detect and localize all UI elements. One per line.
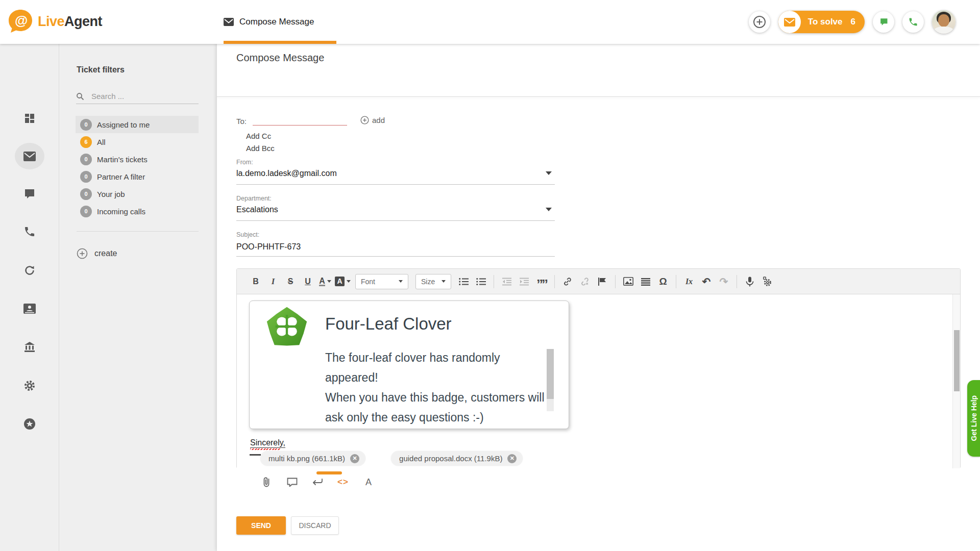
text-color-glyph: A (319, 277, 325, 286)
attachment-chip[interactable]: guided proposal.docx (11.9kB) ✕ (391, 451, 523, 466)
to-solve-count: 6 (851, 17, 855, 27)
redo-button[interactable]: ↷ (716, 274, 731, 289)
horizontal-rule-button[interactable] (638, 274, 653, 289)
filter-item-your-job[interactable]: 0 Your job (76, 185, 199, 203)
text-format-button[interactable]: A (362, 475, 375, 489)
ordered-list-button[interactable] (456, 274, 471, 289)
bullet-list-button[interactable] (473, 274, 488, 289)
insert-link-button[interactable] (560, 274, 575, 289)
filter-label: Martin's tickets (97, 155, 148, 164)
get-live-help-tab[interactable]: Get Live Help (967, 380, 980, 457)
plugin-gear-button[interactable] (760, 274, 775, 289)
to-label: To: (236, 117, 247, 126)
remove-attachment-icon[interactable]: ✕ (350, 454, 359, 463)
add-recipient-button[interactable]: add (360, 116, 385, 126)
card-scrollbar-thumb[interactable] (547, 349, 554, 399)
badge-card-line: The four-leaf clover has randomly appear… (325, 348, 550, 388)
compose-bottom-toolbar: <> A (260, 475, 375, 489)
decrease-indent-button[interactable] (499, 274, 514, 289)
chat-bubble-icon (878, 17, 889, 27)
toolbar-separator (676, 275, 676, 288)
get-live-help-label: Get Live Help (970, 395, 978, 441)
department-dropdown-caret[interactable] (546, 208, 552, 211)
increase-indent-button[interactable] (517, 274, 532, 289)
search-input[interactable] (91, 92, 188, 101)
strikethrough-button[interactable]: S (283, 274, 298, 289)
attachment-name: guided proposal.docx (11.9kB) (399, 454, 502, 463)
liveagent-logo[interactable]: @ LiveAgent (7, 8, 102, 35)
chats-button[interactable] (873, 11, 894, 33)
undo-button[interactable]: ↶ (699, 274, 714, 289)
badge-card-line: ask only the easy questions :-) (325, 408, 550, 428)
editor-content[interactable]: Four-Leaf Clover The four-leaf clover ha… (237, 294, 960, 468)
from-value[interactable]: la.demo.ladesk@gmail.com (236, 169, 337, 178)
filter-search[interactable] (76, 89, 199, 104)
insert-image-button[interactable] (621, 274, 636, 289)
toolbar-separator (554, 275, 555, 288)
add-cc-link[interactable]: Add Cc (246, 132, 271, 140)
bold-button[interactable]: B (248, 274, 263, 289)
refresh-icon (22, 263, 37, 278)
size-select[interactable]: Size (415, 274, 451, 289)
count-badge: 0 (80, 206, 92, 217)
filter-item-martins-tickets[interactable]: 0 Martin's tickets (76, 151, 199, 168)
card-scrollbar[interactable] (547, 349, 554, 411)
tab-compose-message[interactable]: Compose Message (224, 0, 314, 44)
calls-button[interactable] (902, 11, 924, 33)
count-badge: 0 (80, 188, 92, 200)
text-color-button[interactable]: A (317, 274, 333, 289)
remove-format-button[interactable]: Ix (681, 274, 697, 289)
to-solve-button[interactable]: To solve 6 (778, 11, 865, 33)
filter-item-assigned-to-me[interactable]: 0 Assigned to me (76, 116, 199, 133)
to-input[interactable] (253, 114, 347, 126)
filter-label: All (97, 138, 106, 146)
count-badge: 6 (80, 136, 92, 148)
send-button[interactable]: SEND (236, 516, 286, 535)
source-code-button[interactable]: <> (336, 475, 350, 489)
filter-item-incoming-calls[interactable]: 0 Incoming calls (76, 203, 199, 220)
attachment-list: multi kb.png (661.1kB) ✕ guided proposal… (260, 451, 523, 466)
special-char-button[interactable]: Ω (655, 274, 671, 289)
editor-scrollbar[interactable] (952, 294, 960, 468)
search-icon (76, 92, 84, 101)
bank-icon (22, 340, 37, 354)
phone-icon (908, 17, 918, 27)
filter-item-all[interactable]: 6 All (76, 133, 199, 151)
remove-link-button[interactable] (577, 274, 593, 289)
discard-button[interactable]: DISCARD (291, 516, 339, 535)
attach-file-button[interactable] (260, 475, 273, 489)
filters-title: Ticket filters (77, 65, 125, 74)
insert-reply-button[interactable] (311, 475, 324, 489)
toolbar-separator (494, 275, 494, 288)
badge-card-title: Four-Leaf Clover (325, 314, 452, 334)
filter-list: 0 Assigned to me 6 All 0 Martin's ticket… (60, 116, 217, 220)
signature-text: Sincerely, (250, 438, 285, 448)
create-filter-button[interactable]: create (77, 248, 117, 259)
department-value[interactable]: Escalations (236, 205, 278, 214)
remove-attachment-icon[interactable]: ✕ (507, 454, 517, 463)
bg-color-button[interactable]: A (335, 274, 351, 289)
from-dropdown-caret[interactable] (546, 171, 552, 175)
flag-button[interactable] (595, 274, 610, 289)
top-bar: @ LiveAgent Compose Message To solve 6 (0, 0, 980, 44)
phone-icon (22, 224, 37, 239)
count-badge: 0 (80, 171, 92, 183)
subject-value[interactable]: POO-PHHTF-673 (236, 242, 301, 252)
svg-text:@: @ (15, 13, 28, 28)
font-select[interactable]: Font (355, 274, 408, 289)
dictation-mic-button[interactable] (742, 274, 757, 289)
filters-divider (77, 231, 199, 232)
add-bcc-link[interactable]: Add Bcc (246, 144, 275, 153)
underline-button[interactable]: U (300, 274, 315, 289)
editor-scrollbar-thumb[interactable] (954, 330, 960, 391)
caret-down-icon (347, 280, 351, 283)
left-icon-rail (0, 44, 59, 551)
italic-button[interactable]: I (265, 274, 281, 289)
add-new-button[interactable] (749, 11, 770, 33)
contact-card-icon (22, 302, 37, 316)
blockquote-button[interactable]: ”” (534, 274, 549, 289)
user-avatar[interactable] (932, 10, 955, 34)
filter-item-partner-a-filter[interactable]: 0 Partner A filter (76, 168, 199, 185)
note-comment-button[interactable] (285, 475, 299, 489)
attachment-chip[interactable]: multi kb.png (661.1kB) ✕ (260, 451, 365, 466)
